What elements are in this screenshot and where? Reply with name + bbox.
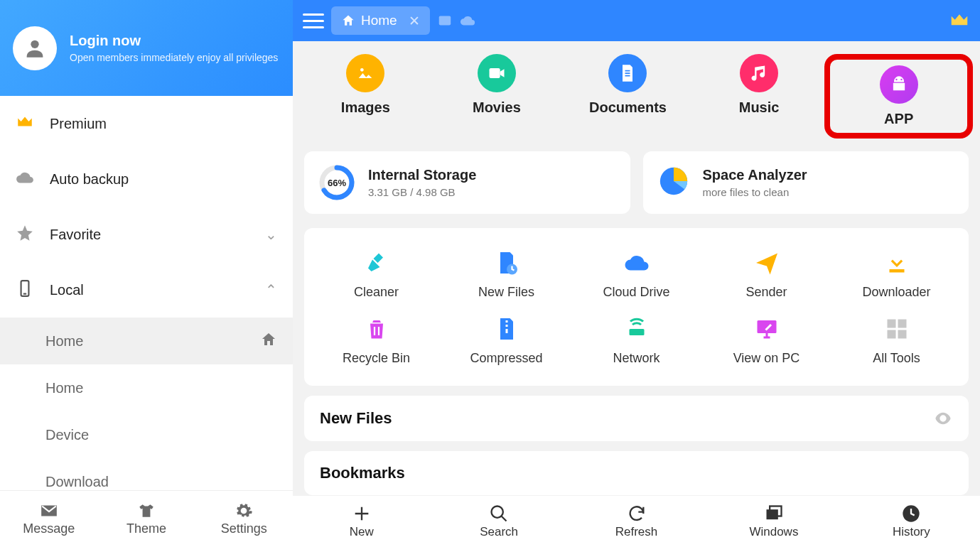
tool-label: Cloud Drive bbox=[603, 285, 669, 300]
tool-viewonpc[interactable]: View on PC bbox=[701, 307, 831, 373]
card-title: Space Analyzer bbox=[703, 167, 807, 183]
svg-point-7 bbox=[900, 79, 902, 80]
sidebar-item-premium[interactable]: Premium bbox=[0, 96, 293, 151]
card-subtitle: 3.31 GB / 4.98 GB bbox=[368, 186, 476, 198]
category-label: Documents bbox=[589, 99, 667, 116]
bottom-search-button[interactable]: Search bbox=[430, 496, 567, 547]
sidebar-item-label: Auto backup bbox=[50, 171, 277, 188]
tool-alltools[interactable]: All Tools bbox=[831, 307, 962, 373]
tool-newfiles[interactable]: New Files bbox=[441, 241, 571, 307]
zip-icon bbox=[492, 314, 522, 344]
tool-downloader[interactable]: Downloader bbox=[831, 241, 962, 307]
trash-icon bbox=[362, 314, 392, 344]
category-images[interactable]: Images bbox=[300, 54, 431, 139]
sidebar-item-label: Home bbox=[45, 380, 277, 396]
eye-icon[interactable] bbox=[933, 408, 953, 428]
category-movies[interactable]: Movies bbox=[431, 54, 563, 139]
category-app[interactable]: APP bbox=[824, 54, 973, 139]
tool-compressed[interactable]: Compressed bbox=[441, 307, 571, 373]
crown-icon[interactable] bbox=[949, 10, 970, 31]
bottom-windows-button[interactable]: Windows bbox=[705, 496, 842, 547]
cloud-backup-icon bbox=[16, 168, 34, 190]
tool-sender[interactable]: Sender bbox=[701, 241, 831, 307]
chevron-down-icon: ⌄ bbox=[265, 226, 277, 243]
bottom-label: Search bbox=[480, 525, 518, 539]
content: Images Movies Documents Music APP bbox=[293, 41, 980, 496]
sidebar-subitem-device[interactable]: Device bbox=[0, 411, 293, 458]
tab-home[interactable]: Home ✕ bbox=[331, 6, 430, 35]
home-icon bbox=[260, 331, 277, 352]
bottom-history-button[interactable]: History bbox=[843, 496, 980, 547]
monitor-icon bbox=[752, 314, 782, 344]
sender-icon bbox=[752, 248, 782, 278]
bottom-label: Windows bbox=[749, 525, 798, 539]
tool-label: Downloader bbox=[862, 285, 930, 300]
svg-rect-3 bbox=[438, 16, 451, 26]
login-banner[interactable]: Login now Open members immediately enjoy… bbox=[0, 0, 293, 96]
category-music[interactable]: Music bbox=[694, 54, 825, 139]
avatar-icon bbox=[13, 26, 57, 70]
svg-point-0 bbox=[31, 40, 38, 48]
footer-settings-button[interactable]: Settings bbox=[195, 491, 293, 547]
login-subtitle: Open members immediately enjoy all privi… bbox=[70, 52, 278, 63]
svg-rect-18 bbox=[898, 320, 906, 328]
tool-cleaner[interactable]: Cleaner bbox=[311, 241, 441, 307]
tool-label: View on PC bbox=[733, 351, 800, 366]
star-icon bbox=[16, 224, 34, 246]
tool-label: New Files bbox=[478, 285, 534, 300]
sidebar-item-local[interactable]: Local ⌃ bbox=[0, 262, 293, 318]
category-label: Movies bbox=[473, 99, 521, 116]
svg-rect-5 bbox=[489, 68, 500, 78]
svg-point-4 bbox=[360, 68, 364, 72]
tool-label: Compressed bbox=[470, 351, 542, 366]
tool-network[interactable]: Network bbox=[571, 307, 701, 373]
tool-label: Sender bbox=[745, 285, 787, 300]
sidebar-item-autobackup[interactable]: Auto backup bbox=[0, 151, 293, 207]
tool-clouddrive[interactable]: Cloud Drive bbox=[571, 241, 701, 307]
search-icon bbox=[489, 504, 509, 524]
cloud-drive-icon bbox=[622, 248, 652, 278]
envelope-icon bbox=[40, 502, 58, 520]
footer-label: Message bbox=[23, 521, 75, 536]
documents-icon bbox=[608, 54, 647, 92]
sidebar-item-label: Local bbox=[50, 282, 249, 298]
images-icon bbox=[346, 54, 384, 92]
sidebar-item-label: Download bbox=[45, 474, 277, 490]
space-analyzer-card[interactable]: Space Analyzer more files to clean bbox=[643, 151, 969, 214]
downloader-icon bbox=[882, 248, 912, 278]
tool-label: Recycle Bin bbox=[343, 351, 410, 366]
section-title: Bookmarks bbox=[320, 464, 953, 482]
bottom-new-button[interactable]: New bbox=[293, 496, 430, 547]
music-icon bbox=[740, 54, 778, 92]
footer-label: Theme bbox=[126, 521, 166, 536]
sidebar-subitem-home[interactable]: Home bbox=[0, 318, 293, 364]
category-documents[interactable]: Documents bbox=[562, 54, 694, 139]
cloud-icon[interactable] bbox=[460, 13, 475, 28]
window-icon[interactable] bbox=[437, 13, 453, 28]
footer-message-button[interactable]: Message bbox=[0, 491, 97, 547]
svg-rect-12 bbox=[505, 320, 507, 323]
footer-theme-button[interactable]: Theme bbox=[97, 491, 195, 547]
svg-point-21 bbox=[492, 507, 503, 518]
footer-label: Settings bbox=[221, 521, 267, 536]
sidebar-item-favorite[interactable]: Favorite ⌄ bbox=[0, 207, 293, 262]
sidebar-item-label: Favorite bbox=[50, 227, 249, 243]
chevron-up-icon: ⌃ bbox=[265, 281, 277, 298]
internal-storage-card[interactable]: 66% Internal Storage 3.31 GB / 4.98 GB bbox=[304, 151, 630, 214]
tool-label: Network bbox=[613, 351, 659, 366]
refresh-icon bbox=[627, 504, 647, 524]
section-newfiles[interactable]: New Files bbox=[304, 396, 969, 441]
category-row: Images Movies Documents Music APP bbox=[293, 41, 980, 143]
svg-rect-13 bbox=[505, 325, 507, 327]
sidebar-subitem-home2[interactable]: Home bbox=[0, 364, 293, 411]
tools-panel: Cleaner New Files Cloud Drive Sender Dow… bbox=[304, 228, 969, 386]
bottom-refresh-button[interactable]: Refresh bbox=[568, 496, 705, 547]
close-tab-button[interactable]: ✕ bbox=[409, 13, 420, 29]
menu-button[interactable] bbox=[303, 13, 324, 28]
section-bookmarks[interactable]: Bookmarks bbox=[304, 451, 969, 495]
sidebar-subitem-download[interactable]: Download bbox=[0, 458, 293, 490]
bottom-bar: New Search Refresh Windows History bbox=[293, 496, 980, 547]
section-title: New Files bbox=[320, 409, 933, 428]
card-subtitle: more files to clean bbox=[703, 186, 807, 198]
tool-recyclebin[interactable]: Recycle Bin bbox=[311, 307, 441, 373]
